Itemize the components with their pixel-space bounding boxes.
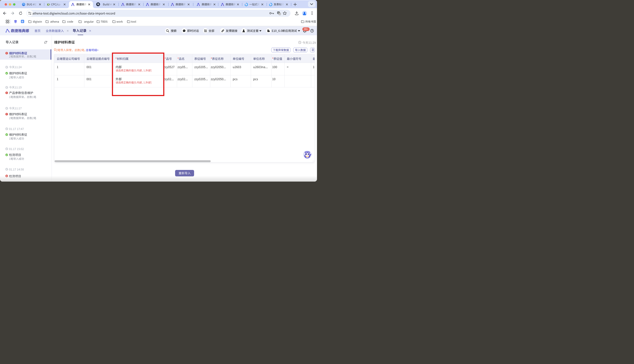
svg-text:du: du [15, 22, 16, 23]
